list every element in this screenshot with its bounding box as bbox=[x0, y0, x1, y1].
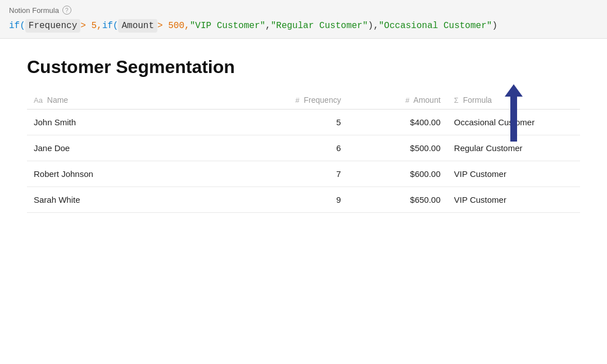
col-header-name: Aa Name bbox=[27, 91, 248, 110]
cell-amount: $650.00 bbox=[348, 187, 447, 213]
formula-paren1: ), bbox=[368, 20, 379, 32]
cell-amount: $500.00 bbox=[348, 135, 447, 161]
cell-amount: $600.00 bbox=[348, 161, 447, 187]
name-col-icon: Aa bbox=[34, 96, 43, 104]
table-body: John Smith5$400.00Occasional CustomerJan… bbox=[27, 110, 580, 213]
formula-if1: if( bbox=[9, 20, 25, 32]
cell-formula: VIP Customer bbox=[447, 187, 580, 213]
formula-occasional: "Occasional Customer" bbox=[379, 20, 492, 32]
help-icon[interactable]: ? bbox=[62, 6, 71, 15]
formula-pill-frequency: Frequency bbox=[25, 19, 80, 33]
cell-frequency: 6 bbox=[248, 135, 348, 161]
formula-vip: "VIP Customer" bbox=[190, 20, 265, 32]
cell-frequency: 7 bbox=[248, 161, 348, 187]
formula-gt2: > 500, bbox=[157, 20, 190, 32]
cell-name: Sarah White bbox=[27, 187, 248, 213]
formula-label-row: Notion Formula ? bbox=[9, 6, 598, 15]
arrow-indicator bbox=[505, 84, 523, 142]
data-table: Aa Name # Frequency # Amount Σ Formula bbox=[27, 91, 580, 213]
formula-regular: "Regular Customer" bbox=[271, 20, 368, 32]
table-row: Jane Doe6$500.00Regular Customer bbox=[27, 135, 580, 161]
table-row: Sarah White9$650.00VIP Customer bbox=[27, 187, 580, 213]
cell-name: John Smith bbox=[27, 110, 248, 135]
arrow-head bbox=[505, 84, 523, 97]
page-wrapper: Notion Formula ? if( Frequency > 5, if( … bbox=[0, 0, 607, 364]
formula-pill-amount: Amount bbox=[118, 19, 157, 33]
formula-gt1: > 5, bbox=[80, 20, 102, 32]
formula-paren2: ) bbox=[492, 20, 497, 32]
formula-if2: if( bbox=[102, 20, 119, 32]
amount-col-label: Amount bbox=[414, 95, 441, 104]
cell-formula: VIP Customer bbox=[447, 161, 580, 187]
cell-frequency: 5 bbox=[248, 110, 348, 135]
formula-display: if( Frequency > 5, if( Amount > 500, "VI… bbox=[9, 19, 598, 33]
formula-bar: Notion Formula ? if( Frequency > 5, if( … bbox=[0, 0, 607, 39]
frequency-col-label: Frequency bbox=[304, 95, 341, 104]
cell-amount: $400.00 bbox=[348, 110, 447, 135]
name-col-label: Name bbox=[47, 95, 68, 104]
cell-name: Robert Johnson bbox=[27, 161, 248, 187]
notion-formula-label-text: Notion Formula bbox=[9, 6, 59, 15]
formula-col-icon: Σ bbox=[454, 96, 459, 104]
cell-frequency: 9 bbox=[248, 187, 348, 213]
table-header-row: Aa Name # Frequency # Amount Σ Formula bbox=[27, 91, 580, 110]
frequency-col-icon: # bbox=[295, 96, 299, 104]
formula-comma1: , bbox=[265, 20, 271, 32]
col-header-amount: # Amount bbox=[348, 91, 447, 110]
col-header-frequency: # Frequency bbox=[248, 91, 348, 110]
page-title: Customer Segmentation bbox=[27, 57, 580, 78]
cell-name: Jane Doe bbox=[27, 135, 248, 161]
arrow-shaft bbox=[510, 97, 517, 142]
table-row: Robert Johnson7$600.00VIP Customer bbox=[27, 161, 580, 187]
amount-col-icon: # bbox=[405, 96, 409, 104]
formula-col-label: Formula bbox=[463, 95, 492, 104]
table-row: John Smith5$400.00Occasional Customer bbox=[27, 110, 580, 135]
